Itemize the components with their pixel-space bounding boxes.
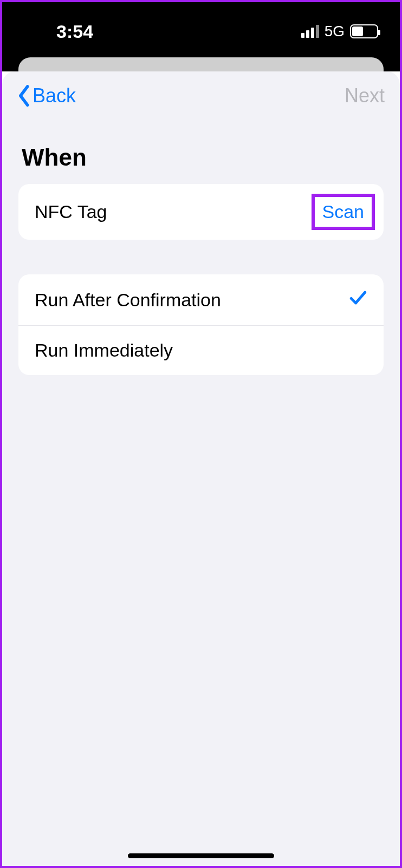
run-options-card: Run After Confirmation Run Immediately (18, 274, 384, 375)
chevron-left-icon (17, 85, 31, 107)
back-button[interactable]: Back (17, 84, 76, 107)
network-label: 5G (325, 23, 345, 40)
status-bar: 3:54 5G (2, 2, 400, 45)
back-label: Back (33, 84, 76, 107)
nfc-card: NFC Tag Scan (18, 184, 384, 240)
option-label: Run After Confirmation (35, 290, 221, 311)
nav-bar: Back Next (2, 71, 400, 114)
signal-icon (301, 25, 319, 38)
next-button[interactable]: Next (345, 84, 385, 107)
next-label: Next (345, 84, 385, 107)
nfc-tag-row[interactable]: NFC Tag Scan (18, 184, 384, 240)
scan-button-highlight: Scan (312, 194, 375, 230)
scan-button[interactable]: Scan (322, 201, 365, 222)
option-label: Run Immediately (35, 340, 173, 361)
checkmark-icon (349, 288, 367, 311)
home-indicator[interactable] (128, 853, 274, 858)
nfc-tag-label: NFC Tag (35, 201, 107, 222)
option-run-after-confirmation[interactable]: Run After Confirmation (18, 274, 384, 325)
modal-sheet: Back Next When NFC Tag Scan Run After Co… (2, 71, 400, 866)
section-title: When (2, 114, 400, 184)
status-time: 3:54 (56, 21, 93, 42)
option-run-immediately[interactable]: Run Immediately (18, 325, 384, 375)
battery-icon (350, 24, 378, 38)
